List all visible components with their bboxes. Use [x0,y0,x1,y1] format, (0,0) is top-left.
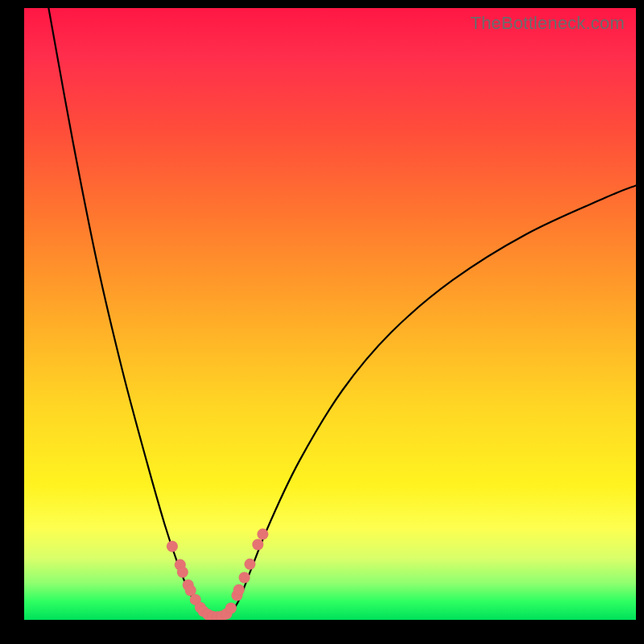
right-branch-path [229,185,636,615]
marker-group [167,529,268,620]
left-branch-path [48,8,206,615]
curve-layer [24,8,636,620]
chart-frame: TheBottleneck.com [0,0,644,644]
data-point-marker [252,539,263,551]
data-point-marker [257,529,268,540]
data-point-marker [177,567,188,578]
data-point-marker [233,584,245,596]
data-point-marker [225,603,237,614]
data-point-marker [239,572,250,584]
plot-area: TheBottleneck.com [24,8,636,620]
data-point-marker [167,541,178,552]
data-point-marker [244,559,255,570]
